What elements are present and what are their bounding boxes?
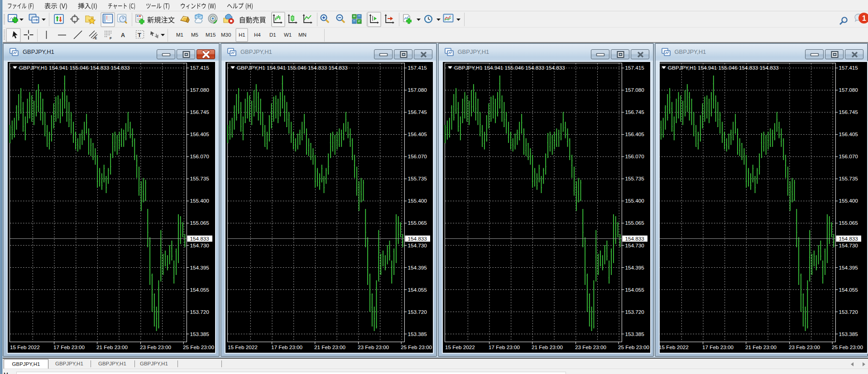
svg-text:1: 1 xyxy=(862,14,866,22)
svg-text:M30: M30 xyxy=(221,32,231,38)
svg-text:H1: H1 xyxy=(239,32,245,38)
svg-text:M1: M1 xyxy=(176,32,183,38)
svg-text:W1: W1 xyxy=(284,32,292,38)
svg-text:T: T xyxy=(138,32,141,38)
svg-text:M5: M5 xyxy=(191,32,198,38)
svg-text:A: A xyxy=(121,32,125,38)
svg-text:H4: H4 xyxy=(254,32,261,38)
svg-text:M15: M15 xyxy=(206,32,216,38)
svg-text:MN: MN xyxy=(298,32,307,38)
svg-text:E: E xyxy=(95,36,97,40)
svg-text:D1: D1 xyxy=(269,32,276,38)
svg-text:F: F xyxy=(110,36,112,40)
